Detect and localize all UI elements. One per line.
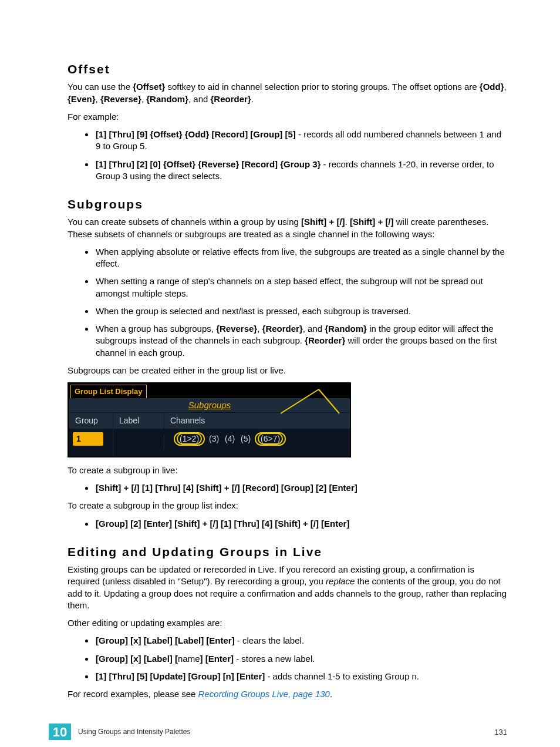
offset-example-2: [1] [Thru] [2] [0] {Offset} {Reverse} [R… — [95, 159, 507, 183]
editing-example-3: [1] [Thru] [5] [Update] [Group] [n] [Ent… — [95, 671, 507, 682]
heading-offset: Offset — [68, 61, 507, 78]
page-footer: 10 Using Groups and Intensity Palettes 1… — [68, 724, 507, 740]
group-list-display-tab: Group List Display — [70, 385, 147, 398]
group-list-display-figure: Group List Display Subgroups Group Label… — [68, 382, 351, 457]
offset-example-label: For example: — [68, 111, 507, 123]
svg-line-1 — [319, 389, 339, 413]
editing-example-1: [Group] [x] [Label] [Label] [Enter] - cl… — [95, 635, 507, 647]
heading-editing: Editing and Updating Groups in Live — [68, 544, 507, 560]
callout-arrow-icon — [263, 385, 345, 420]
recording-groups-live-link[interactable]: Recording Groups Live, page 130 — [198, 689, 330, 699]
editing-intro: Existing groups can be updated or rereco… — [68, 564, 507, 611]
group-number-badge: 1 — [73, 432, 103, 446]
chapter-number-badge: 10 — [49, 724, 71, 740]
channel-subgroup-3: (3) — [207, 434, 221, 443]
channel-subgroup-1-2: (1>2) — [177, 433, 202, 445]
editing-example-2: [Group] [x] [Label] [name] [Enter] - sto… — [95, 653, 507, 665]
svg-line-0 — [281, 389, 319, 413]
table-row: 1 (1>2) (3) (4) (5) (6>7) — [69, 429, 350, 456]
footer-page-number: 131 — [494, 727, 507, 738]
subgroup-highlight-1: (1>2) — [174, 432, 205, 446]
column-label: Label — [113, 413, 164, 429]
heading-subgroups: Subgroups — [68, 196, 507, 213]
channel-subgroup-6-7: (6>7) — [258, 433, 283, 445]
column-group: Group — [69, 413, 113, 429]
editing-examples-label: Other editing or updating examples are: — [68, 617, 507, 629]
subgroups-created-note: Subgroups can be created either in the g… — [68, 365, 507, 376]
create-subgroup-index-cmd: [Group] [2] [Enter] [Shift] + [/] [1] [T… — [95, 518, 507, 530]
subgroup-highlight-2: (6>7) — [255, 432, 286, 446]
offset-example-1: [1] [Thru] [9] {Offset} {Odd} [Record] [… — [95, 129, 507, 153]
create-subgroup-live-label: To create a subgroup in live: — [68, 465, 507, 476]
create-subgroup-live-cmd: [Shift] + [/] [1] [Thru] [4] [Shift] + [… — [95, 482, 507, 494]
subgroups-point-4: When a group has subgroups, {Reverse}, {… — [95, 323, 507, 359]
subgroups-point-3: When the group is selected and next/last… — [95, 305, 507, 317]
channel-subgroup-4: (4) — [223, 434, 237, 443]
offset-intro: You can use the {Offset} softkey to aid … — [68, 81, 507, 105]
footer-section-title: Using Groups and Intensity Palettes — [78, 727, 494, 736]
record-examples-note: For record examples, please see Recordin… — [68, 688, 507, 700]
subgroups-point-2: When setting a range of step's channels … — [95, 275, 507, 300]
subgroups-intro: You can create subsets of channels withi… — [68, 216, 507, 240]
channel-subgroup-5: (5) — [239, 434, 252, 443]
create-subgroup-index-label: To create a subgroup in the group list i… — [68, 500, 507, 512]
subgroups-point-1: When applying absolute or relative effec… — [95, 246, 507, 270]
